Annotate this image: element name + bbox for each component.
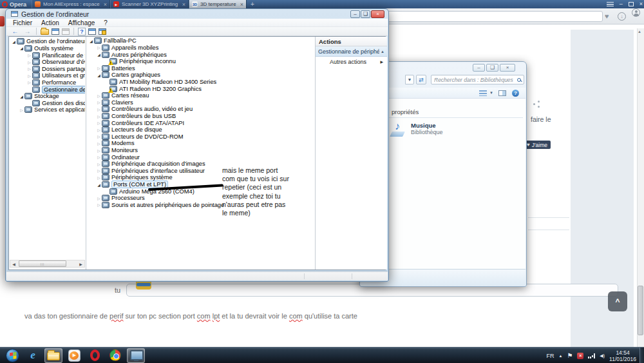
- mgmt-close-button[interactable]: ×: [371, 10, 384, 18]
- browser-tab[interactable]: Scanner 3D XYZPrinting×: [110, 0, 189, 8]
- help-icon[interactable]: ?: [78, 28, 86, 35]
- forward-icon[interactable]: →: [23, 27, 32, 35]
- collapse-arrow-icon[interactable]: ▲: [381, 50, 384, 54]
- expanded-arrow-icon[interactable]: [96, 72, 102, 79]
- tree-item[interactable]: Cartes graphiques: [87, 72, 314, 79]
- scrollbar-up-arrow-icon[interactable]: ▲: [638, 30, 641, 34]
- collapsed-arrow-icon[interactable]: [96, 161, 102, 168]
- tree-item[interactable]: Batteries: [87, 64, 314, 72]
- show-desktop-button[interactable]: [639, 348, 644, 363]
- console-window-icon[interactable]: [52, 28, 59, 35]
- tree-item[interactable]: Ordinateur: [87, 153, 314, 161]
- browser-menu-icon[interactable]: [607, 2, 614, 6]
- tree-item[interactable]: Lecteurs de disque: [87, 126, 314, 133]
- collapsed-arrow-icon[interactable]: [96, 174, 102, 181]
- expanded-arrow-icon[interactable]: [19, 93, 24, 100]
- taskbar-app-windows-explorer[interactable]: [44, 348, 62, 363]
- expanded-arrow-icon[interactable]: [96, 181, 102, 188]
- menu-action[interactable]: Action: [41, 19, 59, 26]
- close-button[interactable]: ×: [639, 0, 643, 8]
- minimize-button[interactable]: –: [620, 0, 623, 8]
- tree-item[interactable]: Dossiers partagés: [10, 65, 85, 72]
- scrollbar-thumb[interactable]: [638, 286, 643, 335]
- scroll-to-top-button[interactable]: ^: [608, 291, 627, 311]
- tree-item[interactable]: Gestion de l'ordinateur (local): [10, 38, 85, 45]
- tree-item[interactable]: Fallballa-PC: [87, 37, 314, 44]
- menu-fichier[interactable]: Fichier: [13, 19, 32, 26]
- mgmt-titlebar[interactable]: Gestion de l'ordinateur: [6, 9, 388, 19]
- collapsed-arrow-icon[interactable]: [96, 99, 102, 106]
- collapsed-arrow-icon[interactable]: [26, 52, 32, 59]
- tree-item[interactable]: Cartes réseau: [87, 92, 314, 99]
- address-dropdown-button[interactable]: ▼: [405, 75, 414, 84]
- collapsed-arrow-icon[interactable]: [26, 79, 32, 86]
- pane-splitter[interactable]: [86, 37, 86, 270]
- collapsed-arrow-icon[interactable]: [19, 106, 24, 113]
- collapsed-arrow-icon[interactable]: [96, 106, 102, 113]
- tree-item[interactable]: Utilisateurs et groupes l: [10, 72, 85, 79]
- tree-item[interactable]: Claviers: [87, 99, 314, 106]
- network-icon[interactable]: [588, 353, 595, 358]
- other-actions-item[interactable]: Autres actions ▶: [316, 57, 387, 66]
- device-properties-icon[interactable]: [99, 28, 106, 35]
- tab-close-icon[interactable]: ×: [240, 1, 243, 8]
- taskbar-app-computer-management[interactable]: [127, 348, 145, 363]
- scroll-left-arrow-icon[interactable]: ◀: [10, 262, 17, 266]
- actions-group-header[interactable]: Gestionnaire de périphériqu... ▲: [316, 46, 387, 57]
- bookmark-heart-icon[interactable]: ♥: [605, 12, 609, 20]
- tree-item[interactable]: Performance: [10, 79, 85, 86]
- tree-item[interactable]: Gestionnaire de périphé: [10, 86, 85, 93]
- scroll-right-arrow-icon[interactable]: ▶: [77, 262, 84, 266]
- change-view-icon[interactable]: [479, 90, 487, 96]
- tree-item[interactable]: Périphérique inconnu: [87, 58, 314, 65]
- volume-icon[interactable]: ◀): [600, 353, 605, 358]
- collapsed-arrow-icon[interactable]: [96, 113, 102, 120]
- help-icon[interactable]: ?: [512, 90, 519, 97]
- tree-item[interactable]: Moniteurs: [87, 147, 314, 154]
- scrollbar-thumb[interactable]: [19, 260, 66, 267]
- collapsed-arrow-icon[interactable]: [96, 201, 102, 208]
- tree-item[interactable]: Modems: [87, 140, 314, 147]
- collapsed-arrow-icon[interactable]: [96, 140, 102, 147]
- taskbar-app-chrome[interactable]: [106, 348, 124, 363]
- collapsed-arrow-icon[interactable]: [96, 167, 102, 174]
- explorer-minimize-button[interactable]: –: [473, 64, 485, 72]
- tree-item[interactable]: Services et applications: [10, 106, 85, 113]
- collapsed-arrow-icon[interactable]: [96, 133, 102, 140]
- clock[interactable]: 14:54 11/01/2016: [609, 349, 639, 362]
- tree-item[interactable]: Lecteurs de DVD/CD-ROM: [87, 133, 314, 141]
- browser-tab[interactable]: Mon AliExpress : espace p...×: [32, 0, 110, 8]
- preview-pane-icon[interactable]: [498, 90, 506, 96]
- export-list-icon[interactable]: [41, 29, 49, 35]
- security-alert-icon[interactable]: ×: [577, 353, 583, 359]
- collapsed-arrow-icon[interactable]: [96, 195, 102, 202]
- tree-item[interactable]: Contrôleurs IDE ATA/ATAPI: [87, 119, 314, 126]
- profile-icon[interactable]: [632, 8, 640, 17]
- collapsed-arrow-icon[interactable]: [26, 72, 32, 79]
- taskbar-app-internet-explorer[interactable]: e: [24, 348, 42, 363]
- tree-item[interactable]: Autres périphériques: [87, 51, 314, 58]
- collapsed-arrow-icon[interactable]: [96, 119, 102, 126]
- taskbar-app-opera[interactable]: [86, 348, 104, 363]
- tree-item[interactable]: Appareils mobiles: [87, 44, 314, 52]
- menu-?[interactable]: ?: [104, 19, 108, 26]
- like-button[interactable]: ♥ J'aime: [524, 141, 551, 149]
- console-window2-icon[interactable]: [88, 28, 96, 35]
- restore-button[interactable]: [629, 2, 634, 6]
- tree-item[interactable]: ATI Radeon HD 3200 Graphics: [87, 85, 314, 92]
- explorer-search-box[interactable]: Rechercher dans : Bibliothèques: [431, 75, 524, 84]
- explorer-close-button[interactable]: ×: [500, 64, 515, 72]
- language-indicator[interactable]: FR: [546, 353, 554, 359]
- expanded-arrow-icon[interactable]: [11, 38, 17, 45]
- tree-item[interactable]: ATI Mobility Radeon HD 3400 Series: [87, 79, 314, 86]
- library-item-musique[interactable]: Musique Bibliothèque: [390, 122, 443, 137]
- tree-item[interactable]: Stockage: [10, 93, 85, 100]
- collapsed-arrow-icon[interactable]: [96, 147, 102, 154]
- collapsed-arrow-icon[interactable]: [96, 44, 102, 51]
- console-window-dim-icon[interactable]: [62, 28, 70, 35]
- tree-item[interactable]: Outils système: [10, 45, 85, 52]
- collapsed-arrow-icon[interactable]: [96, 64, 102, 72]
- collapsed-arrow-icon[interactable]: [96, 126, 102, 133]
- expanded-arrow-icon[interactable]: [19, 44, 24, 52]
- tree-item[interactable]: Contrôleurs de bus USB: [87, 113, 314, 120]
